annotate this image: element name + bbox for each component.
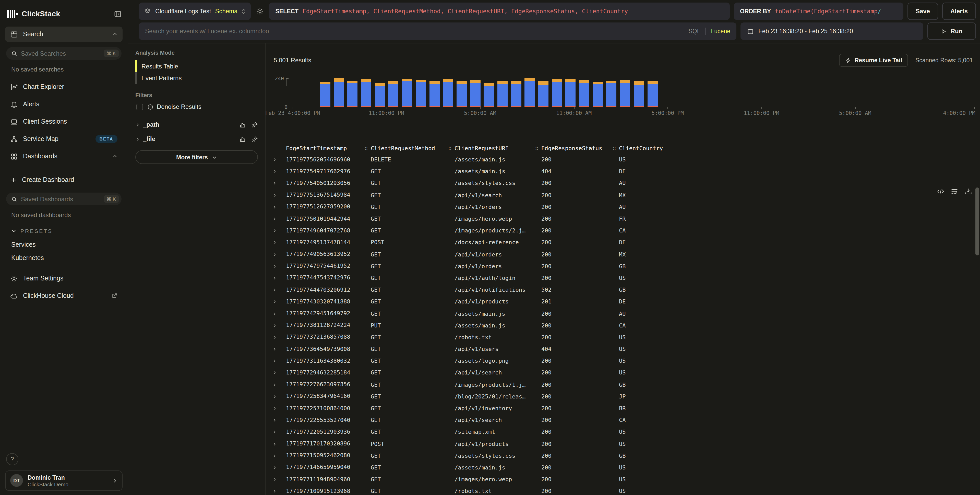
source-settings-gear-icon[interactable] xyxy=(255,7,265,15)
table-row[interactable]: 1771977220512903936GET/sitemap.xml200US xyxy=(266,426,980,438)
histogram-bar[interactable] xyxy=(416,80,426,107)
denoise-label[interactable]: Denoise Results xyxy=(157,103,202,110)
histogram-bar[interactable] xyxy=(443,79,453,107)
row-expand-chevron-icon[interactable] xyxy=(270,430,279,435)
column-resize-grip[interactable]: ∷ xyxy=(364,145,371,151)
saved-searches-input[interactable]: Saved Searches ⌘ K xyxy=(6,47,121,60)
select-clause-input[interactable]: SELECT EdgeStartTimestamp, ClientRequest… xyxy=(269,3,730,20)
sidebar-item-dashboards[interactable]: Dashboards xyxy=(5,149,123,164)
row-expand-chevron-icon[interactable] xyxy=(270,252,279,257)
filter-field-file[interactable]: _file xyxy=(135,132,258,146)
histogram-bar[interactable] xyxy=(375,83,385,107)
denoise-checkbox[interactable] xyxy=(136,103,143,110)
row-expand-chevron-icon[interactable] xyxy=(270,465,279,470)
table-row[interactable]: 1771977109915123968GET/robots.txt200US xyxy=(266,485,980,495)
more-filters-button[interactable]: More filters xyxy=(135,150,258,164)
table-row[interactable]: 1771977225553527040GET/api/v1/search200C… xyxy=(266,414,980,426)
table-row[interactable]: 1771977381128724224PUT/assets/main.js200… xyxy=(266,320,980,331)
table-row[interactable]: 1771977512627859200GET/api/v1/orders200A… xyxy=(266,201,980,213)
row-expand-chevron-icon[interactable] xyxy=(270,454,279,458)
table-row[interactable]: 1771977501019442944GET/images/hero.webp2… xyxy=(266,213,980,225)
row-expand-chevron-icon[interactable] xyxy=(270,442,279,446)
row-expand-chevron-icon[interactable] xyxy=(270,288,279,292)
histogram-bar[interactable] xyxy=(347,80,358,107)
row-expand-chevron-icon[interactable] xyxy=(270,382,279,387)
table-row[interactable]: 1771977146659959040GET/assets/main.js200… xyxy=(266,462,980,474)
order-by-input[interactable]: ORDER BY toDateTime(EdgeStartTimestamp / xyxy=(734,3,904,20)
histogram-bar[interactable] xyxy=(647,81,657,107)
collapse-sidebar-icon[interactable] xyxy=(114,10,121,18)
wrap-text-icon[interactable] xyxy=(951,188,958,195)
histogram-bar[interactable] xyxy=(620,80,630,107)
histogram-bar[interactable] xyxy=(538,81,549,107)
row-expand-chevron-icon[interactable] xyxy=(270,158,279,162)
histogram-bar[interactable] xyxy=(429,81,439,107)
column-resize-grip[interactable]: ∷ xyxy=(613,145,619,151)
histogram-bar[interactable] xyxy=(320,82,331,107)
user-menu[interactable]: DT Dominic Tran ClickStack Demo xyxy=(5,470,123,491)
histogram-bar[interactable] xyxy=(361,79,371,107)
lang-toggle-sql[interactable]: SQL xyxy=(689,28,700,34)
sidebar-item-client-sessions[interactable]: Client Sessions xyxy=(5,114,123,129)
pin-icon[interactable] xyxy=(251,135,258,142)
table-scrollbar[interactable] xyxy=(975,188,979,255)
pin-icon[interactable] xyxy=(251,121,258,128)
table-row[interactable]: 1771977372136857088GET/robots.txt200US xyxy=(266,331,980,343)
row-expand-chevron-icon[interactable] xyxy=(270,240,279,245)
view-source-code-icon[interactable] xyxy=(937,188,944,195)
table-row[interactable]: 1771977111948904960GET/images/hero.webp2… xyxy=(266,474,980,485)
filter-field-path[interactable]: _path xyxy=(135,118,258,132)
histogram-bar[interactable] xyxy=(566,79,576,107)
column-header-clientrequesturi[interactable]: ClientRequestURI∷ xyxy=(455,145,541,151)
histogram-bar[interactable] xyxy=(402,79,412,107)
table-row[interactable]: 1771977562054696960DELETE/assets/main.js… xyxy=(266,154,980,166)
table-row[interactable]: 1771977429451649792GET/assets/main.js200… xyxy=(266,308,980,320)
row-expand-chevron-icon[interactable] xyxy=(270,276,279,280)
table-row[interactable]: 1771977276623097856GET/images/products/1… xyxy=(266,379,980,390)
create-dashboard-button[interactable]: Create Dashboard xyxy=(5,172,123,188)
row-expand-chevron-icon[interactable] xyxy=(270,395,279,399)
table-row[interactable]: 1771977170170320896POST/api/v1/products2… xyxy=(266,438,980,450)
histogram-bar[interactable] xyxy=(457,81,467,107)
sidebar-item-service-map[interactable]: Service Map BETA xyxy=(5,131,123,146)
histogram-bar[interactable] xyxy=(511,81,521,107)
mode-event-patterns[interactable]: Event Patterns xyxy=(135,72,258,84)
row-expand-chevron-icon[interactable] xyxy=(270,406,279,411)
saved-dashboards-input[interactable]: Saved Dashboards ⌘ K xyxy=(6,193,121,205)
search-input[interactable]: Search your events w/ Lucene ex. column:… xyxy=(139,22,737,40)
sidebar-item-alerts[interactable]: Alerts xyxy=(5,97,123,112)
date-range-picker[interactable]: Feb 23 16:38:20 - Feb 25 16:38:20 xyxy=(740,22,923,40)
presets-header[interactable]: PRESETS xyxy=(5,225,123,238)
table-row[interactable]: 1771977364549739008GET/api/v1/users404US xyxy=(266,343,980,355)
row-expand-chevron-icon[interactable] xyxy=(270,264,279,269)
table-row[interactable]: 1771977495137478144POST/docs/api-referen… xyxy=(266,237,980,248)
row-expand-chevron-icon[interactable] xyxy=(270,169,279,174)
table-row[interactable]: 1771977294632285184GET/api/v1/search200U… xyxy=(266,367,980,379)
row-expand-chevron-icon[interactable] xyxy=(270,193,279,197)
sidebar-item-chart-explorer[interactable]: Chart Explorer xyxy=(5,79,123,94)
resume-live-tail-button[interactable]: Resume Live Tail xyxy=(839,54,908,67)
histogram-bar[interactable] xyxy=(388,81,399,107)
table-row[interactable]: 1771977258347964160GET/blog/2025/01/rele… xyxy=(266,391,980,403)
column-resize-grip[interactable]: ∷ xyxy=(449,145,455,151)
row-expand-chevron-icon[interactable] xyxy=(270,359,279,363)
help-icon[interactable]: ? xyxy=(6,453,18,465)
row-expand-chevron-icon[interactable] xyxy=(270,299,279,304)
table-row[interactable]: 1771977540501293056GET/assets/styles.css… xyxy=(266,178,980,189)
histogram-bar[interactable] xyxy=(552,78,562,107)
row-expand-chevron-icon[interactable] xyxy=(270,477,279,482)
column-header-edgeresponsestatus[interactable]: EdgeResponseStatus∷ xyxy=(541,145,619,151)
row-expand-chevron-icon[interactable] xyxy=(270,216,279,221)
bar-chart-icon[interactable] xyxy=(240,121,246,128)
histogram-bar[interactable] xyxy=(634,81,644,107)
row-expand-chevron-icon[interactable] xyxy=(270,489,279,494)
table-row[interactable]: 1771977513675145984GET/api/v1/search200M… xyxy=(266,189,980,201)
column-header-clientrequestmethod[interactable]: ClientRequestMethod∷ xyxy=(371,145,455,151)
save-button[interactable]: Save xyxy=(907,3,938,20)
table-row[interactable]: 1771977444703206912GET/api/v1/notificati… xyxy=(266,284,980,296)
row-expand-chevron-icon[interactable] xyxy=(270,205,279,209)
sidebar-item-clickhouse-cloud[interactable]: ClickHouse Cloud xyxy=(5,288,123,304)
lang-toggle-lucene[interactable]: Lucene xyxy=(711,28,730,34)
histogram-bar[interactable] xyxy=(593,81,603,107)
table-row[interactable]: 1771977479754461952GET/api/v1/orders200G… xyxy=(266,260,980,272)
